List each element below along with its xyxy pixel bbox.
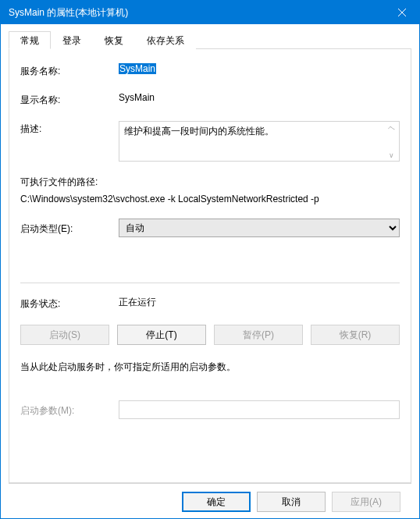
window-title: SysMain 的属性(本地计算机)	[9, 6, 384, 20]
description-scrollbar[interactable]: ヘ ∨	[385, 123, 397, 159]
apply-button: 应用(A)	[332, 492, 400, 512]
start-button: 启动(S)	[20, 325, 109, 345]
description-box[interactable]: 维护和提高一段时间内的系统性能。 ヘ ∨	[119, 121, 400, 162]
close-button[interactable]	[384, 1, 419, 24]
general-panel: 服务名称: SysMain 显示名称: SysMain 描述: 维护和提高一段时…	[9, 49, 411, 483]
label-service-name: 服务名称:	[20, 63, 119, 78]
stop-button[interactable]: 停止(T)	[117, 325, 206, 345]
value-display-name: SysMain	[119, 92, 400, 103]
pause-button: 暂停(P)	[214, 325, 303, 345]
titlebar: SysMain 的属性(本地计算机)	[1, 1, 419, 24]
value-service-name: SysMain	[119, 63, 400, 74]
label-service-status: 服务状态:	[20, 296, 119, 311]
ok-button[interactable]: 确定	[182, 492, 251, 512]
tab-logon[interactable]: 登录	[51, 31, 93, 49]
row-start-params: 启动参数(M):	[20, 400, 400, 419]
label-startup-type: 启动类型(E):	[20, 221, 119, 236]
label-exe-path: 可执行文件的路径:	[20, 176, 400, 189]
service-control-row: 启动(S) 停止(T) 暂停(P) 恢复(R)	[20, 325, 400, 345]
label-description: 描述:	[20, 121, 119, 136]
tab-general[interactable]: 常规	[9, 31, 51, 49]
cancel-button[interactable]: 取消	[257, 492, 326, 512]
row-service-name: 服务名称: SysMain	[20, 63, 400, 78]
startup-type-select[interactable]: 自动	[119, 219, 400, 237]
row-startup-type: 启动类型(E): 自动	[20, 219, 400, 237]
row-service-status: 服务状态: 正在运行	[20, 296, 400, 311]
value-exe-path: C:\Windows\system32\svchost.exe -k Local…	[20, 194, 400, 204]
description-text: 维护和提高一段时间内的系统性能。	[124, 126, 274, 137]
row-exe-path: 可执行文件的路径: C:\Windows\system32\svchost.ex…	[20, 176, 400, 204]
value-service-status: 正在运行	[119, 296, 400, 309]
tab-strip: 常规 登录 恢复 依存关系	[9, 30, 411, 49]
row-description: 描述: 维护和提高一段时间内的系统性能。 ヘ ∨	[20, 121, 400, 162]
resume-button: 恢复(R)	[311, 325, 400, 345]
start-params-input	[119, 400, 400, 419]
close-icon	[398, 9, 406, 16]
divider	[20, 283, 400, 283]
tab-dependencies[interactable]: 依存关系	[135, 31, 196, 49]
label-display-name: 显示名称:	[20, 92, 119, 107]
row-display-name: 显示名称: SysMain	[20, 92, 400, 107]
service-name-text[interactable]: SysMain	[119, 63, 156, 74]
dialog-content: 常规 登录 恢复 依存关系 服务名称: SysMain 显示名称: SysMai…	[1, 24, 419, 519]
start-params-hint: 当从此处启动服务时，你可指定所适用的启动参数。	[20, 361, 400, 374]
label-start-params: 启动参数(M):	[20, 403, 119, 418]
dialog-button-bar: 确定 取消 应用(A)	[9, 483, 411, 519]
scroll-down-icon[interactable]: ∨	[389, 151, 394, 159]
scroll-up-icon[interactable]: ヘ	[388, 123, 395, 133]
tab-recovery[interactable]: 恢复	[93, 31, 135, 49]
